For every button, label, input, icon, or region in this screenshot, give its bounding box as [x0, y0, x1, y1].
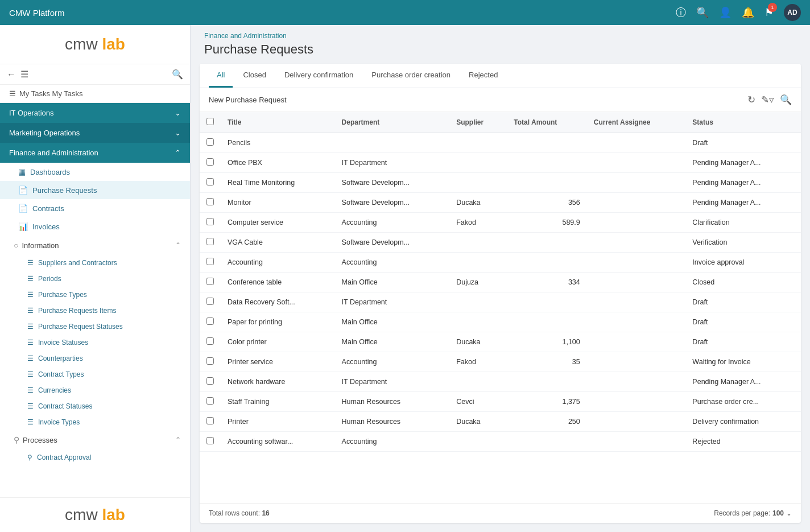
sidebar-item-contract-statuses[interactable]: ☰ Contract Statuses	[0, 398, 190, 414]
cell-department: IT Department	[335, 153, 450, 173]
table-row[interactable]: Real Time Monitoring Software Developm..…	[200, 173, 801, 193]
sidebar-item-contract-approval[interactable]: ⚲ Contract Approval	[0, 449, 190, 465]
sidebar-group-it-operations[interactable]: IT Operations ⌄	[0, 103, 190, 123]
cell-current-assignee	[587, 233, 686, 253]
tab-all[interactable]: All	[209, 64, 233, 88]
sidebar-group-marketing-operations[interactable]: Marketing Operations ⌄	[0, 123, 190, 143]
table-search-icon[interactable]: 🔍	[780, 94, 792, 106]
flag-icon[interactable]: ⚑ 1	[764, 6, 774, 19]
sidebar-section-processes[interactable]: ⚲ Processes ⌃	[0, 430, 190, 449]
table-row[interactable]: Printer Human Resources Ducaka 250 Deliv…	[200, 412, 801, 432]
breadcrumb[interactable]: Finance and Administration	[191, 25, 810, 40]
table-row[interactable]: Network hardware IT Department Pending M…	[200, 372, 801, 392]
sidebar-item-invoice-types[interactable]: ☰ Invoice Types	[0, 414, 190, 430]
purchase-requests-items-icon: ☰	[27, 307, 34, 315]
table-row[interactable]: Color printer Main Office Ducaka 1,100 D…	[200, 332, 801, 352]
sidebar-logo: cmw lab	[0, 25, 190, 64]
refresh-icon[interactable]: ↻	[747, 94, 755, 106]
sidebar-item-purchase-request-statuses[interactable]: ☰ Purchase Request Statuses	[0, 319, 190, 335]
invoice-types-icon: ☰	[27, 418, 34, 426]
table-row[interactable]: Accounting softwar... Accounting Rejecte…	[200, 432, 801, 452]
back-icon[interactable]: ←	[7, 69, 16, 80]
row-checkbox[interactable]	[206, 198, 214, 205]
sidebar-search-icon[interactable]: 🔍	[172, 69, 183, 80]
tab-purchase-order-creation[interactable]: Purchase order creation	[363, 64, 458, 88]
app-title: CMW Platform	[9, 8, 65, 18]
table-row[interactable]: Data Recovery Soft... IT Department Draf…	[200, 292, 801, 312]
new-request-button[interactable]: New Purchase Request	[209, 96, 287, 104]
sidebar-item-purchase-requests[interactable]: 📄 Purchase Requests	[0, 181, 190, 199]
sidebar-group-finance-admin[interactable]: Finance and Administration ⌃	[0, 143, 190, 163]
users-icon[interactable]: 👤	[719, 6, 732, 19]
sidebar-item-currencies[interactable]: ☰ Currencies	[0, 382, 190, 398]
list-icon[interactable]: ☰	[20, 69, 28, 80]
row-checkbox[interactable]	[206, 298, 214, 305]
table-row[interactable]: Monitor Software Developm... Ducaka 356 …	[200, 193, 801, 213]
table-row[interactable]: Printer service Accounting Fakod 35 Wait…	[200, 352, 801, 372]
sidebar-item-invoice-statuses[interactable]: ☰ Invoice Statuses	[0, 335, 190, 350]
cell-status: Pending Manager A...	[685, 193, 801, 213]
it-operations-label: IT Operations	[9, 109, 54, 117]
sidebar-item-suppliers[interactable]: ☰ Suppliers and Contractors	[0, 255, 190, 271]
bell-icon[interactable]: 🔔	[742, 6, 754, 19]
row-checkbox[interactable]	[206, 417, 214, 424]
cell-department: Accounting	[335, 253, 450, 273]
row-checkbox[interactable]	[206, 377, 214, 385]
table-row[interactable]: Office PBX IT Department Pending Manager…	[200, 153, 801, 173]
sidebar-item-purchase-types[interactable]: ☰ Purchase Types	[0, 287, 190, 303]
cell-current-assignee	[587, 213, 686, 233]
table-row[interactable]: Conference table Main Office Dujuza 334 …	[200, 273, 801, 292]
contract-statuses-icon: ☰	[27, 402, 34, 410]
cell-total-amount	[507, 233, 586, 253]
dashboards-icon: ▦	[18, 167, 26, 176]
sidebar-item-contracts[interactable]: 📄 Contracts	[0, 199, 190, 217]
row-checkbox[interactable]	[206, 238, 214, 245]
records-chevron: ⌄	[786, 509, 792, 517]
table-row[interactable]: Accounting Accounting Invoice approval	[200, 253, 801, 273]
sidebar-item-invoices[interactable]: 📊 Invoices	[0, 217, 190, 236]
cell-department: Accounting	[335, 213, 450, 233]
sidebar-item-purchase-requests-items[interactable]: ☰ Purchase Requests Items	[0, 303, 190, 319]
my-tasks[interactable]: ☰ My Tasks My Tasks	[0, 85, 190, 103]
cell-supplier	[449, 153, 507, 173]
row-checkbox[interactable]	[206, 397, 214, 405]
cell-total-amount: 334	[507, 273, 586, 292]
sidebar-nav: IT Operations ⌄ Marketing Operations ⌄ F…	[0, 103, 190, 497]
select-all-checkbox[interactable]	[206, 118, 214, 125]
cell-current-assignee	[587, 392, 686, 412]
row-checkbox[interactable]	[206, 437, 214, 444]
table-row[interactable]: Staff Training Human Resources Cevci 1,3…	[200, 392, 801, 412]
records-per-page[interactable]: Records per page: 100 ⌄	[714, 509, 792, 517]
cell-total-amount	[507, 312, 586, 332]
sidebar-item-periods[interactable]: ☰ Periods	[0, 271, 190, 287]
row-checkbox[interactable]	[206, 258, 214, 265]
tab-rejected[interactable]: Rejected	[461, 64, 506, 88]
table-row[interactable]: Paper for printing Main Office Draft	[200, 312, 801, 332]
row-checkbox[interactable]	[206, 278, 214, 285]
sidebar-section-information[interactable]: ○ Information ⌃	[0, 236, 190, 255]
table-row[interactable]: VGA Cable Software Developm... Verificat…	[200, 233, 801, 253]
help-icon[interactable]: ⓘ	[676, 6, 686, 19]
row-checkbox[interactable]	[206, 138, 214, 146]
sidebar-item-counterparties[interactable]: ☰ Counterparties	[0, 350, 190, 366]
table-row[interactable]: Computer service Accounting Fakod 589.9 …	[200, 213, 801, 233]
cell-supplier	[449, 372, 507, 392]
tab-closed[interactable]: Closed	[235, 64, 274, 88]
sidebar-item-dashboards[interactable]: ▦ Dashboards	[0, 163, 190, 181]
cell-supplier: Fakod	[449, 213, 507, 233]
row-checkbox[interactable]	[206, 357, 214, 365]
edit-dropdown-icon[interactable]: ✎▿	[761, 94, 774, 106]
row-checkbox[interactable]	[206, 218, 214, 225]
sidebar-item-contract-types[interactable]: ☰ Contract Types	[0, 366, 190, 382]
table-row[interactable]: Pencils Draft	[200, 133, 801, 153]
row-checkbox[interactable]	[206, 317, 214, 325]
row-checkbox[interactable]	[206, 158, 214, 166]
row-checkbox[interactable]	[206, 337, 214, 345]
tab-delivery-confirmation[interactable]: Delivery confirmation	[276, 64, 361, 88]
row-checkbox-cell	[200, 372, 221, 392]
search-icon[interactable]: 🔍	[696, 6, 709, 19]
purchase-types-label: Purchase Types	[38, 291, 87, 299]
total-count-value: 16	[262, 509, 269, 517]
row-checkbox[interactable]	[206, 178, 214, 185]
avatar[interactable]: AD	[784, 4, 801, 21]
